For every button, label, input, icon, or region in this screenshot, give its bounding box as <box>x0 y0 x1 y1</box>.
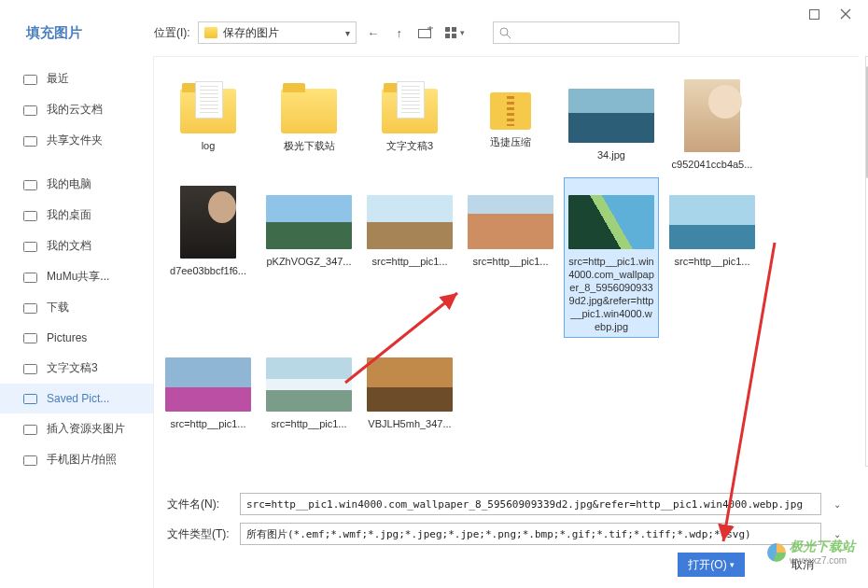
file-item-6[interactable]: d7ee03bbcf1f6... <box>161 178 255 337</box>
folder-icon <box>22 330 37 345</box>
file-item-3[interactable]: 迅捷压缩 <box>464 72 557 175</box>
sidebar-item-label: 我的电脑 <box>47 176 91 192</box>
sidebar-item-label: 我的文档 <box>47 238 91 254</box>
svg-rect-7 <box>452 27 456 32</box>
download-icon <box>22 301 37 315</box>
search-input[interactable] <box>493 21 679 44</box>
up-button[interactable]: ↑ <box>390 23 409 42</box>
document-icon <box>22 239 37 254</box>
file-label: src=http__pic1... <box>371 255 447 268</box>
svg-rect-6 <box>445 27 450 32</box>
sidebar-item-7[interactable]: 下载 <box>0 292 153 323</box>
filetype-label: 文件类型(T): <box>167 526 232 542</box>
file-item-8[interactable]: src=http__pic1... <box>363 178 456 337</box>
file-item-13[interactable]: src=http__pic1... <box>262 341 356 434</box>
watermark-url: www.xz7.com <box>790 555 855 566</box>
image-icon <box>22 422 37 437</box>
view-button[interactable]: ▾ <box>442 23 469 42</box>
open-button-label: 打开(O) <box>688 557 726 573</box>
sidebar-item-label: 我的桌面 <box>47 207 91 223</box>
desktop-icon <box>22 208 37 223</box>
file-label: src=http__pic1... <box>271 417 346 430</box>
share-icon <box>22 133 37 148</box>
svg-rect-17 <box>23 242 36 251</box>
svg-point-10 <box>500 28 508 35</box>
svg-rect-21 <box>23 364 36 373</box>
file-label: 极光下载站 <box>284 139 335 152</box>
chevron-down-icon: ▾ <box>345 28 350 38</box>
file-item-4[interactable]: 34.jpg <box>565 72 658 175</box>
folder-icon <box>22 270 37 285</box>
sidebar: 最近 我的云文档 共享文件夹 我的电脑 我的桌面 我的文档 MuMu共享... … <box>0 56 154 588</box>
sidebar-item-label: 插入资源夹图片 <box>47 421 125 437</box>
sidebar-item-2[interactable]: 共享文件夹 <box>0 125 153 156</box>
chevron-down-icon: ▾ <box>730 560 735 569</box>
filename-input[interactable]: src=http__pic1.win4000.com_wallpaper_8_5… <box>240 493 821 515</box>
sidebar-item-10[interactable]: Saved Pict... <box>0 384 153 413</box>
sidebar-item-label: 文字文稿3 <box>47 360 98 376</box>
svg-rect-14 <box>23 136 36 146</box>
sidebar-item-5[interactable]: 我的文档 <box>0 231 153 261</box>
location-label: 位置(I): <box>154 25 190 41</box>
file-item-0[interactable]: log <box>161 72 255 175</box>
cloud-icon <box>22 103 37 118</box>
svg-rect-12 <box>23 75 36 84</box>
sidebar-item-label: 最近 <box>47 71 69 87</box>
monitor-icon <box>22 177 37 192</box>
sidebar-item-1[interactable]: 我的云文档 <box>0 94 153 125</box>
file-item-14[interactable]: VBJLH5mh_347... <box>363 341 456 434</box>
svg-rect-23 <box>23 425 36 434</box>
file-item-7[interactable]: pKZhVOGZ_347... <box>262 178 356 337</box>
file-item-2[interactable]: 文字文稿3 <box>363 72 456 175</box>
sidebar-item-9[interactable]: 文字文稿3 <box>0 353 153 384</box>
sidebar-item-6[interactable]: MuMu共享... <box>0 261 153 292</box>
close-button[interactable] <box>840 8 851 20</box>
sidebar-item-label: Pictures <box>47 331 87 344</box>
maximize-button[interactable] <box>808 8 819 20</box>
dialog-title: 填充图片 <box>0 24 154 42</box>
location-combo[interactable]: 保存的图片 ▾ <box>198 21 357 44</box>
folder-icon <box>22 361 37 376</box>
sidebar-item-label: 共享文件夹 <box>47 133 103 148</box>
sidebar-item-0[interactable]: 最近 <box>0 63 153 94</box>
file-label: 迅捷压缩 <box>490 135 531 148</box>
chevron-down-icon: ▾ <box>460 28 465 37</box>
sidebar-item-label: 手机图片/拍照 <box>47 452 117 468</box>
open-button[interactable]: 打开(O) ▾ <box>678 553 745 577</box>
sidebar-item-4[interactable]: 我的桌面 <box>0 200 153 231</box>
svg-rect-8 <box>445 34 450 38</box>
watermark-text: 极光下载站 <box>790 539 855 555</box>
svg-rect-24 <box>23 455 36 465</box>
file-item-9[interactable]: src=http__pic1... <box>464 178 557 337</box>
file-item-11[interactable]: src=http__pic1... <box>665 178 759 337</box>
chevron-down-icon[interactable]: ⌄ <box>829 499 846 510</box>
filetype-input[interactable]: 所有图片(*.emf;*.wmf;*.jpg;*.jpeg;*.jpe;*.pn… <box>240 523 821 545</box>
sidebar-item-8[interactable]: Pictures <box>0 323 153 353</box>
file-label: src=http__pic1... <box>472 255 548 268</box>
logo-icon <box>767 543 786 562</box>
file-item-1[interactable]: 极光下载站 <box>262 72 356 175</box>
file-label: src=http__pic1... <box>170 417 245 430</box>
sidebar-item-label: MuMu共享... <box>47 269 109 285</box>
filename-label: 文件名(N): <box>167 497 232 512</box>
folder-icon <box>22 391 37 406</box>
sidebar-item-3[interactable]: 我的电脑 <box>0 169 153 200</box>
sidebar-item-11[interactable]: 插入资源夹图片 <box>0 413 153 444</box>
svg-rect-19 <box>23 303 36 313</box>
file-item-5[interactable]: c952041ccb4a5... <box>665 72 759 175</box>
file-label: VBJLH5mh_347... <box>368 417 451 430</box>
svg-rect-3 <box>418 30 430 38</box>
location-value: 保存的图片 <box>223 25 279 41</box>
phone-icon <box>22 453 37 468</box>
file-item-10[interactable]: src=http__pic1.win4000.com_wallpaper_8_5… <box>565 178 658 337</box>
new-folder-button[interactable] <box>416 23 435 42</box>
watermark: 极光下载站 www.xz7.com <box>767 539 855 566</box>
sidebar-item-12[interactable]: 手机图片/拍照 <box>0 444 153 475</box>
sidebar-item-label: Saved Pict... <box>47 392 109 405</box>
file-label: 文字文稿3 <box>386 139 433 152</box>
chevron-down-icon[interactable]: ⌄ <box>829 529 846 539</box>
back-button[interactable]: ← <box>364 23 383 42</box>
folder-icon <box>204 27 217 38</box>
file-label: d7ee03bbcf1f6... <box>170 264 246 277</box>
file-item-12[interactable]: src=http__pic1... <box>161 341 255 434</box>
